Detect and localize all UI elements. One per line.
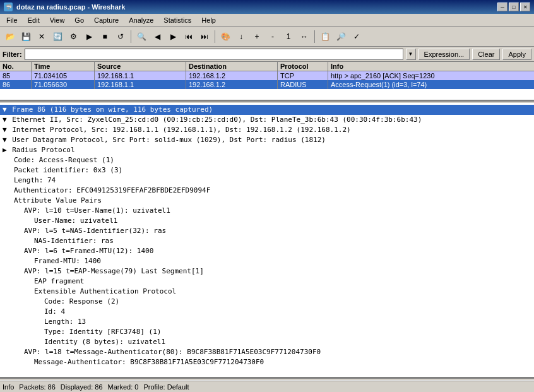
toolbar-btn-find[interactable]: 🔍: [134, 29, 149, 44]
app-icon: 🦈: [4, 3, 13, 11]
detail-row[interactable]: AVP: l=18 t=Message-Authenticator(80): B…: [0, 347, 534, 357]
detail-text: Identity (8 bytes): uzivatel1: [44, 338, 165, 346]
toolbar-btn-last-packet[interactable]: ⏭: [197, 29, 212, 44]
minimize-button[interactable]: ─: [497, 3, 507, 11]
toolbar-btn-apply-filter[interactable]: ✓: [349, 29, 364, 44]
toolbar-btn-stop-capture[interactable]: ■: [97, 29, 112, 44]
filter-input[interactable]: [25, 49, 403, 60]
detail-row[interactable]: Code: Response (2): [0, 297, 534, 307]
col-header-no: No.: [0, 62, 32, 71]
expression-button[interactable]: Expression...: [418, 49, 470, 60]
status-info: Info: [3, 383, 14, 391]
detail-row[interactable]: Packet identifier: 0x3 (3): [0, 165, 534, 175]
packet-cell-info: Access-Request(1) (id=3, l=74): [328, 80, 534, 89]
detail-row[interactable]: Code: Access-Request (1): [0, 155, 534, 165]
detail-row[interactable]: ▼ User Datagram Protocol, Src Port: soli…: [0, 135, 534, 145]
detail-row[interactable]: ▼ Internet Protocol, Src: 192.168.1.1 (1…: [0, 125, 534, 135]
toolbar-separator-8: [131, 30, 131, 43]
toolbar-btn-first-packet[interactable]: ⏮: [181, 29, 196, 44]
detail-row[interactable]: User-Name: uzivatel1: [0, 216, 534, 226]
detail-row[interactable]: Identity (8 bytes): uzivatel1: [0, 337, 534, 347]
detail-row[interactable]: AVP: l=6 t=Framed-MTU(12): 1400: [0, 246, 534, 256]
packet-row[interactable]: 8571.034105192.168.1.1192.168.1.2TCPhttp…: [0, 71, 534, 80]
detail-row[interactable]: Authenticator: EFC049125319FEFAF2BFBDE2E…: [0, 186, 534, 196]
detail-row[interactable]: EAP fragment: [0, 276, 534, 287]
status-displayed: Displayed: 86: [61, 383, 103, 391]
apply-button[interactable]: Apply: [502, 49, 531, 60]
detail-row[interactable]: AVP: l=10 t=User-Name(1): uzivatel1: [0, 206, 534, 216]
collapse-icon: ▼: [3, 126, 11, 134]
packet-cell-no: 85: [0, 71, 32, 80]
menu-item-file[interactable]: File: [3, 16, 21, 25]
close-button[interactable]: ✕: [520, 3, 530, 11]
menu-item-edit[interactable]: Edit: [24, 16, 44, 25]
detail-text: Extensible Authentication Protocol: [34, 287, 176, 295]
detail-row[interactable]: Message-Authenticator: B9C8F38B81F71A5E0…: [0, 357, 534, 367]
detail-row[interactable]: NAS-Identifier: ras: [0, 236, 534, 246]
packet-cell-proto: RADIUS: [278, 80, 328, 89]
toolbar-btn-zoom-100[interactable]: 1: [281, 29, 296, 44]
menu-item-view[interactable]: View: [46, 16, 69, 25]
toolbar-btn-prev-packet[interactable]: ◀: [150, 29, 165, 44]
toolbar-btn-restart-capture[interactable]: ↺: [113, 29, 128, 44]
detail-text: Length: 74: [14, 176, 56, 184]
status-profile: Profile: Default: [143, 383, 189, 391]
collapse-icon: ▼: [3, 105, 11, 114]
detail-row[interactable]: Type: Identity [RFC3748] (1): [0, 327, 534, 337]
menu-item-go[interactable]: Go: [71, 16, 88, 25]
toolbar-btn-capture-opts[interactable]: ⚙: [66, 29, 81, 44]
collapse-icon: ▼: [3, 136, 11, 144]
packet-cell-dst: 192.168.1.2: [186, 71, 278, 80]
toolbar-btn-display-filter[interactable]: 🔎: [333, 29, 348, 44]
toolbar-btn-capture-filter[interactable]: 📋: [317, 29, 333, 44]
toolbar-btn-autoscroll[interactable]: ↓: [234, 29, 249, 44]
detail-row[interactable]: ▼ Ethernet II, Src: ZyxelCom_25:cd:d0 (0…: [0, 115, 534, 125]
packet-row[interactable]: 8671.056630192.168.1.1192.168.1.2RADIUSA…: [0, 80, 534, 89]
menu-bar: FileEditViewGoCaptureAnalyzeStatisticsHe…: [0, 14, 534, 27]
detail-row[interactable]: ▶ Radius Protocol: [0, 145, 534, 155]
toolbar-btn-next-packet[interactable]: ▶: [165, 29, 181, 44]
detail-text: Id: 4: [44, 307, 65, 316]
detail-text: Authenticator: EFC049125319FEFAF2BFBDE2E…: [14, 186, 210, 194]
filter-dropdown-button[interactable]: ▼: [406, 49, 416, 60]
toolbar-separator-21: [314, 30, 315, 43]
toolbar-btn-start-capture[interactable]: ▶: [81, 29, 97, 44]
detail-row[interactable]: AVP: l=15 t=EAP-Message(79) Last Segment…: [0, 266, 534, 276]
detail-hex-splitter[interactable]: [0, 378, 534, 381]
detail-row[interactable]: Attribute Value Pairs: [0, 196, 534, 206]
toolbar-btn-reload[interactable]: 🔄: [50, 29, 65, 44]
maximize-button[interactable]: □: [509, 3, 519, 11]
detail-row[interactable]: Extensible Authentication Protocol: [0, 287, 534, 297]
detail-text: Type: Identity [RFC3748] (1): [44, 328, 161, 336]
toolbar-btn-resize-cols[interactable]: ↔: [297, 29, 312, 44]
packet-cell-dst: 192.168.1.2: [186, 80, 278, 89]
toolbar-separator-14: [215, 30, 215, 43]
detail-text: Packet identifier: 0x3 (3): [14, 166, 122, 174]
detail-row[interactable]: Length: 13: [0, 317, 534, 327]
detail-row[interactable]: Id: 4: [0, 307, 534, 317]
detail-row[interactable]: Framed-MTU: 1400: [0, 256, 534, 266]
filter-label: Filter:: [3, 50, 22, 58]
menu-item-help[interactable]: Help: [198, 16, 220, 25]
toolbar-btn-open[interactable]: 📂: [3, 29, 18, 44]
packet-cell-proto: TCP: [278, 71, 328, 80]
menu-item-analyze[interactable]: Analyze: [125, 16, 157, 25]
toolbar-btn-save[interactable]: 💾: [18, 29, 33, 44]
clear-button[interactable]: Clear: [472, 49, 500, 60]
toolbar-btn-zoom-out[interactable]: -: [265, 29, 280, 44]
toolbar-btn-colorize[interactable]: 🎨: [218, 29, 233, 44]
detail-row[interactable]: Length: 74: [0, 175, 534, 186]
detail-text: Message-Authenticator: B9C8F38B81F71A5E0…: [34, 358, 264, 366]
detail-row[interactable]: AVP: l=5 t=NAS-Identifier(32): ras: [0, 226, 534, 236]
menu-item-statistics[interactable]: Statistics: [160, 16, 195, 25]
toolbar-btn-zoom-in[interactable]: +: [249, 29, 264, 44]
detail-text: Code: Response (2): [44, 297, 119, 306]
col-header-info: Info: [328, 62, 534, 71]
toolbar-btn-close[interactable]: ✕: [34, 29, 49, 44]
detail-row[interactable]: ▼ Frame 86 (116 bytes on wire, 116 bytes…: [0, 105, 534, 115]
packet-cell-time: 71.034105: [32, 71, 95, 80]
expand-icon: ▶: [3, 146, 11, 154]
menu-item-capture[interactable]: Capture: [90, 16, 122, 25]
col-header-dst: Destination: [186, 62, 278, 71]
detail-text: User-Name: uzivatel1: [34, 217, 117, 225]
